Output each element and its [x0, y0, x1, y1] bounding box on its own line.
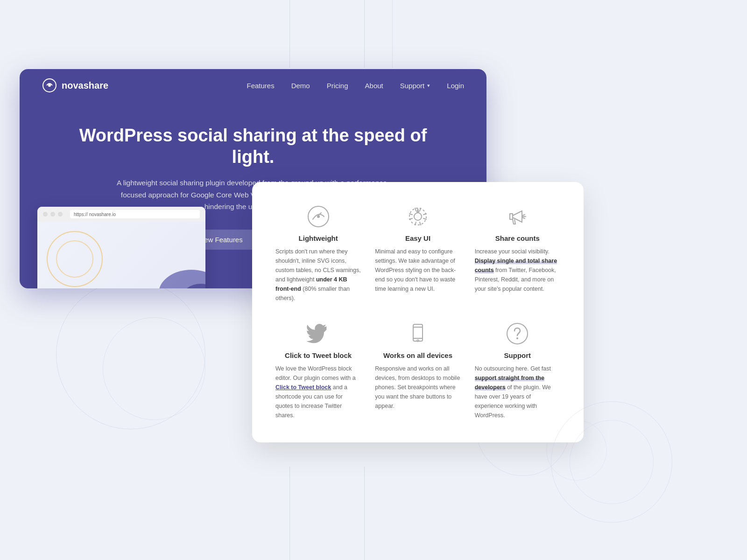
nav-support-wrapper[interactable]: Support ▾ [400, 82, 430, 90]
feature-click-to-tweet: Click to Tweet block We love the WordPre… [275, 322, 361, 420]
nav-about[interactable]: About [365, 82, 383, 90]
share-counts-highlight: Display single and total share counts [475, 258, 557, 273]
lightweight-bold: under 4 KB front-end [275, 276, 347, 292]
feature-easy-ui-desc: Minimal and easy to configure settings. … [375, 247, 460, 294]
browser-mockup: https:// novashare.io [37, 207, 205, 288]
share-counts-bold: Display single and total share counts [475, 258, 557, 273]
speedometer-icon [306, 204, 331, 229]
deco-line-1 [289, 0, 290, 68]
feature-lightweight-desc: Scripts don't run where they shouldn't, … [275, 247, 361, 303]
svg-point-14 [516, 337, 518, 339]
gear-icon [406, 204, 430, 229]
twitter-icon [306, 322, 331, 346]
nav-login[interactable]: Login [447, 82, 464, 90]
nav-demo[interactable]: Demo [291, 82, 310, 90]
browser-content [37, 222, 205, 288]
nav-pricing[interactable]: Pricing [327, 82, 348, 90]
megaphone-icon [505, 204, 529, 229]
feature-share-counts: Share counts Increase your social visibi… [475, 204, 560, 303]
feature-share-counts-title: Share counts [495, 234, 540, 242]
question-mark-icon [505, 322, 529, 346]
feature-click-to-tweet-desc: We love the WordPress block editor. Our … [275, 364, 361, 420]
feature-support: Support No outsourcing here. Get fast su… [475, 322, 560, 420]
deco-line-5 [364, 467, 365, 560]
svg-point-13 [507, 323, 528, 344]
feature-click-to-tweet-title: Click to Tweet block [285, 351, 352, 359]
features-card: Lightweight Scripts don't run where they… [252, 182, 584, 442]
logo[interactable]: novashare [42, 78, 108, 93]
feature-support-title: Support [504, 351, 531, 359]
mobile-icon [406, 322, 430, 346]
nav-support: Support [400, 82, 425, 90]
browser-deco-circle-2 [56, 240, 93, 278]
browser-url-bar: https:// novashare.io [70, 210, 200, 218]
browser-dot-green [58, 212, 63, 217]
browser-purple-shape [145, 256, 205, 288]
feature-easy-ui-title: Easy UI [405, 234, 430, 242]
feature-share-counts-desc: Increase your social visibility. Display… [475, 247, 560, 294]
feature-all-devices: Works on all devices Responsive and work… [375, 322, 460, 420]
support-bold: support straight from the developers [475, 375, 544, 391]
feature-lightweight: Lightweight Scripts don't run where they… [275, 204, 361, 303]
browser-url-text: https:// novashare.io [74, 212, 116, 217]
chevron-down-icon: ▾ [427, 83, 430, 89]
logo-text: novashare [62, 80, 108, 91]
deco-line-2 [364, 0, 365, 68]
feature-lightweight-title: Lightweight [299, 234, 338, 242]
nav-features[interactable]: Features [247, 82, 274, 90]
nav-links: Features Demo Pricing About Support ▾ Lo… [247, 82, 464, 90]
svg-point-8 [409, 208, 426, 225]
svg-point-7 [414, 213, 422, 220]
deco-line-4 [289, 467, 290, 560]
browser-bar: https:// novashare.io [37, 207, 205, 222]
browser-dot-yellow [50, 212, 55, 217]
feature-all-devices-title: Works on all devices [383, 351, 452, 359]
click-to-tweet-link[interactable]: Click to Tweet block [275, 384, 331, 391]
features-grid: Lightweight Scripts don't run where they… [275, 204, 560, 420]
browser-dot-red [43, 212, 48, 217]
navbar: novashare Features Demo Pricing About Su… [20, 69, 486, 102]
feature-support-desc: No outsourcing here. Get fast support st… [475, 364, 560, 420]
svg-point-1 [48, 84, 51, 87]
feature-easy-ui: Easy UI Minimal and easy to configure se… [375, 204, 460, 303]
feature-all-devices-desc: Responsive and works on all devices, fro… [375, 364, 460, 411]
hero-title: WordPress social sharing at the speed of… [57, 125, 449, 168]
support-highlight: support straight from the developers [475, 375, 544, 391]
deco-line-3 [392, 0, 393, 68]
